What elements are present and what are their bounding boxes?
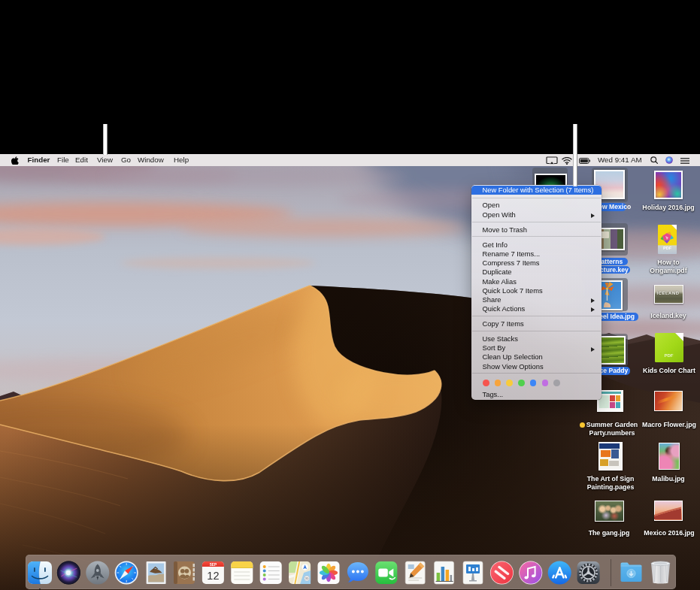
svg-text:SEP: SEP xyxy=(209,563,216,567)
svg-text:3D: 3D xyxy=(305,577,308,580)
svg-text:12: 12 xyxy=(207,570,219,582)
